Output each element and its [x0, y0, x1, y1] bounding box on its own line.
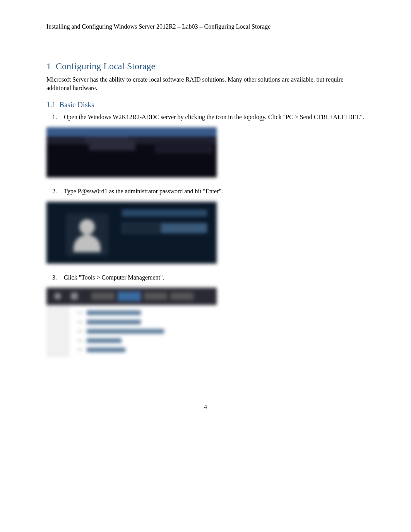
- menu-dash-icon: [77, 340, 82, 341]
- screenshot-login-screen: [46, 202, 217, 264]
- section-number: 1: [46, 61, 51, 71]
- menu-item: [70, 345, 217, 355]
- step-item-3: 3. Click "Tools > Computer Management".: [64, 273, 365, 282]
- menu-item: [70, 308, 217, 317]
- menu-item-text: [87, 338, 122, 343]
- step-text: Type P@ssw0rd1 as the administrator pass…: [64, 188, 223, 194]
- menu-dash-icon: [77, 322, 82, 322]
- step-text: Open the Windows W2K12R2-ADDC server by …: [64, 114, 364, 120]
- section-heading-1-1: 1.1 Basic Disks: [46, 101, 365, 109]
- avatar-icon: [79, 219, 95, 235]
- steps-list: 1. Open the Windows W2K12R2-ADDC server …: [46, 113, 365, 121]
- nav-back-icon: [54, 293, 61, 300]
- menu-item-text: [87, 348, 125, 352]
- left-nav-panel: [46, 305, 70, 357]
- section-title: Configuring Local Storage: [56, 61, 155, 71]
- step-text: Click "Tools > Computer Management".: [64, 274, 164, 281]
- step-number: 3.: [52, 273, 57, 282]
- screenshot-vm-menu: [46, 127, 217, 177]
- menu-item: [70, 327, 217, 336]
- page-number: 4: [46, 404, 365, 411]
- section-intro: Microsoft Server has the ability to crea…: [46, 75, 365, 93]
- menu-button: [144, 292, 167, 300]
- steps-list: 2. Type P@ssw0rd1 as the administrator p…: [46, 187, 365, 196]
- step-item-2: 2. Type P@ssw0rd1 as the administrator p…: [64, 187, 365, 196]
- menu-dash-icon: [77, 350, 82, 350]
- menu-button: [170, 292, 194, 300]
- tools-button-active: [118, 292, 141, 301]
- section-heading-1: 1 Configuring Local Storage: [46, 61, 365, 72]
- screenshot-tools-menu: [46, 288, 217, 357]
- menu-dash-icon: [77, 331, 82, 332]
- screenshot-inner-box: [89, 139, 135, 150]
- menu-item: [70, 336, 217, 345]
- password-value: [122, 223, 161, 233]
- menu-dash-icon: [77, 312, 82, 313]
- menu-item-text: [87, 329, 164, 334]
- screenshot-titlebar: [46, 127, 217, 136]
- steps-list: 3. Click "Tools > Computer Management".: [46, 273, 365, 282]
- step-item-1: 1. Open the Windows W2K12R2-ADDC server …: [64, 113, 365, 121]
- username-label: [122, 210, 207, 217]
- flag-icon: [71, 293, 78, 300]
- subsection-number: 1.1: [46, 101, 56, 109]
- tools-dropdown: [70, 305, 217, 357]
- step-number: 1.: [52, 113, 57, 121]
- server-manager-titlebar: [46, 288, 217, 305]
- screenshot-inner-box-2: [155, 145, 213, 153]
- step-number: 2.: [52, 187, 57, 196]
- menu-item-text: [87, 320, 141, 324]
- subsection-title: Basic Disks: [59, 101, 94, 109]
- menu-item: [70, 317, 217, 327]
- menu-button: [91, 292, 115, 300]
- page-header: Installing and Configuring Windows Serve…: [46, 23, 365, 30]
- menu-item-text: [87, 310, 141, 315]
